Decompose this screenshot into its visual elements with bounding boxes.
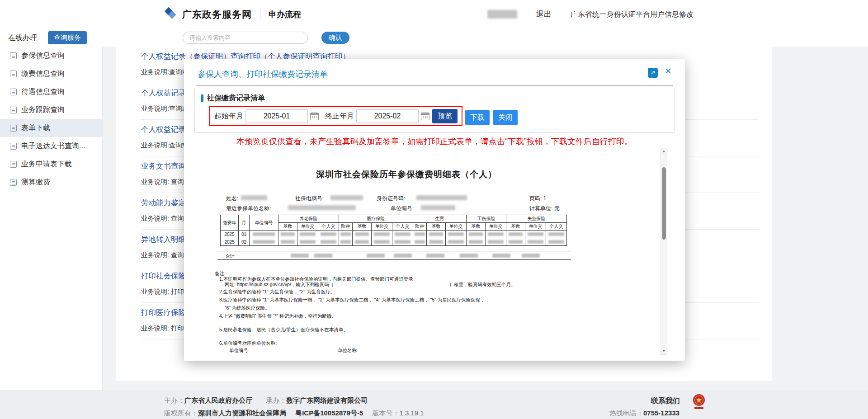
year-cell: 2025 — [221, 238, 239, 246]
col-header: 单位交 — [446, 223, 467, 231]
total-redacted — [460, 254, 478, 258]
total-redacted — [314, 254, 332, 258]
col-header: 基数 — [353, 223, 372, 231]
redacted-cell — [427, 231, 446, 238]
table-data-row: 2025 02 — [221, 238, 567, 246]
sidebar-item-business-tracking[interactable]: 业务跟踪查询 — [0, 101, 102, 119]
account-info-link[interactable]: 广东省统一身份认证平台用户信息修改 — [571, 10, 693, 19]
gdzwfw-logo-icon — [164, 7, 178, 22]
col-header: 险种 — [339, 223, 353, 231]
page-section-title: 申办流程 — [269, 9, 301, 20]
undertake-label: 承办： — [266, 396, 286, 404]
col-header: 单位交 — [297, 223, 318, 231]
page-number: 页码: 1 — [529, 195, 546, 202]
sidebar-item-label: 待遇信息查询 — [21, 87, 65, 97]
end-month-input[interactable] — [356, 109, 419, 123]
host-value: 广东省人民政府办公厅 — [184, 396, 252, 404]
sidebar-item-label: 业务申请表下载 — [21, 160, 72, 169]
col-header: 个人交 — [392, 223, 413, 231]
group-header: 生育 — [413, 215, 467, 223]
start-month-input[interactable] — [245, 109, 308, 123]
col-header: 个人交 — [318, 223, 339, 231]
id-no-label: 身份证号码: — [377, 195, 405, 202]
scrollbar-thumb[interactable] — [662, 167, 666, 240]
social-insurance-record-modal: 参保人查询、打印社保缴费记录清单 ↗ × 社保缴费记录清单 起始年月 终止年月 … — [184, 59, 685, 361]
sidebar-item-insured-info[interactable]: 参保信息查询 — [0, 47, 102, 65]
sidebar-item-e-delivery-doc[interactable]: 电子送达文书查询... — [0, 137, 102, 155]
sidebar-item-form-download[interactable]: 表单下载 — [0, 119, 102, 137]
panel-title: 社保缴费记录清单 — [207, 94, 265, 103]
name-label: 姓名: — [226, 195, 238, 202]
redacted-cell — [446, 238, 467, 246]
total-redacted — [522, 254, 540, 258]
tab-online-handling[interactable]: 在线办理 — [8, 33, 37, 43]
note-line: 网址: https://sipub.sz.gov.cn/vp/，输入下列验真码（… — [225, 282, 515, 288]
confirm-button[interactable]: 确认 — [321, 32, 349, 44]
redacted-cell — [467, 238, 486, 246]
redacted-cell — [339, 231, 353, 238]
host-label: 主办： — [164, 396, 184, 404]
redacted-cell — [392, 238, 413, 246]
close-icon[interactable]: × — [665, 66, 671, 76]
col-header: 险种 — [413, 223, 427, 231]
scrollbar[interactable]: ▲ ▼ — [660, 148, 667, 355]
close-button[interactable]: 关闭 — [493, 110, 518, 125]
month-cell: 02 — [239, 238, 250, 246]
application-form-icon — [10, 161, 17, 168]
footer-host-line: 主办：广东省人民政府办公厅 承办：数字广东网络建设有限公司 — [164, 396, 368, 405]
record-query-panel: 社保缴费记录清单 起始年月 终止年月 预览 下载 关闭 — [194, 88, 675, 133]
scroll-up-arrow-icon[interactable]: ▲ — [661, 148, 667, 155]
note-url-part: 网址: https://sipub.sz.gov.cn/vp/，输入下列验真码（ — [225, 282, 334, 287]
scroll-down-arrow-icon[interactable]: ▼ — [661, 348, 667, 354]
search-input[interactable] — [183, 32, 308, 44]
open-new-window-icon[interactable]: ↗ — [648, 68, 658, 78]
brand-group: 广东政务服务网 申办流程 — [164, 0, 301, 29]
redacted-cell — [339, 238, 353, 246]
sidebar-item-label: 表单下载 — [21, 123, 50, 133]
col-header: 基数 — [427, 223, 446, 231]
note-line: 2.生育保险中的险种 “1” 为生育保险， “2” 为生育医疗。 — [219, 289, 335, 295]
calendar-icon[interactable] — [310, 113, 319, 120]
top-header: 广东政务服务网 申办流程 退出 广东省统一身份认证平台用户信息修改 — [0, 0, 868, 29]
redacted-cell — [546, 231, 567, 238]
redacted-cell — [372, 231, 392, 238]
unit-no-label: 单位编号: — [391, 205, 414, 212]
version-value: 1.3.19.1 — [399, 409, 424, 417]
national-emblem-icon — [692, 394, 706, 414]
calc-unit: 计算单位: 元 — [529, 205, 560, 212]
col-header: 单位编号 — [250, 215, 278, 231]
computer-no-label: 社保电脑号: — [295, 195, 324, 202]
site-brand: 广东政务服务网 — [182, 8, 252, 21]
document-preview: 深圳市社会保险历年参保缴费明细表（个人） 姓名: 社保电脑号: 身份证号码: 页… — [184, 148, 685, 355]
redacted-cell — [250, 238, 278, 246]
sidebar-item-label: 电子送达文书查询... — [21, 141, 85, 151]
contact-us[interactable]: 联系我们 — [651, 396, 680, 406]
redacted-cell — [297, 231, 318, 238]
computer-no-redacted — [330, 195, 363, 200]
preview-button[interactable]: 预览 — [432, 109, 458, 123]
blue-bullet-icon — [201, 94, 203, 102]
col-header: 单位交 — [525, 223, 546, 231]
sidebar-item-application-form[interactable]: 业务申请表下载 — [0, 155, 102, 173]
sidebar-item-label: 测算缴费 — [21, 178, 50, 187]
tab-query-service-active[interactable]: 查询服务 — [48, 31, 87, 44]
panel-header: 社保缴费记录清单 — [201, 94, 265, 103]
calendar-icon[interactable] — [421, 113, 429, 120]
document-title: 深圳市社会保险历年参保缴费明细表（个人） — [212, 169, 601, 180]
sidebar-item-payment-info[interactable]: 缴费信息查询 — [0, 65, 102, 83]
table-data-row: 2025 01 — [221, 231, 567, 238]
sidebar-item-label: 参保信息查询 — [21, 51, 65, 61]
year-cell: 2025 — [221, 231, 239, 238]
col-header: 单位交 — [486, 223, 506, 231]
col-header: 基数 — [467, 223, 486, 231]
undertake-value: 数字广东网络建设有限公司 — [286, 396, 368, 404]
download-button[interactable]: 下载 — [465, 110, 490, 125]
total-label: 合计 — [226, 253, 235, 259]
sidebar-item-benefit-info[interactable]: 待遇信息查询 — [0, 83, 102, 101]
redacted-cell — [413, 238, 427, 246]
logout-link[interactable]: 退出 — [536, 9, 552, 19]
sidebar-item-payment-calc[interactable]: 测算缴费 — [0, 173, 102, 191]
copyright-value: 深圳市人力资源和社会保障局 — [198, 409, 286, 417]
sidebar-item-label: 业务跟踪查询 — [21, 105, 65, 115]
month-cell: 01 — [239, 231, 250, 238]
